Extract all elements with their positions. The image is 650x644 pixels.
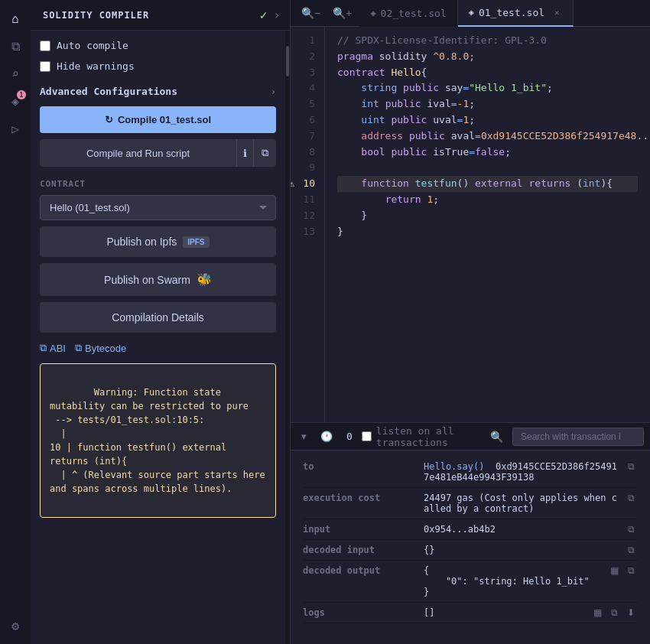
line-num-6: 6 (291, 112, 315, 128)
line-num-8: 8 (291, 145, 315, 161)
compile-button-label: Compile 01_test.sol (118, 114, 211, 125)
tx-row-to: to Hello.say() 0xd9145CCE52D386f254917e4… (303, 457, 638, 488)
sidebar-scroll[interactable] (285, 31, 290, 644)
tx-label-to: to (303, 461, 418, 472)
tx-label-decoded-output: decoded output (303, 565, 418, 576)
code-line-2: pragma solidity ^0.8.0; (337, 49, 638, 65)
search-tx-input[interactable] (512, 428, 644, 446)
compile-run-button[interactable]: Compile and Run script (40, 139, 236, 167)
tx-label-decoded-input: decoded input (303, 545, 418, 555)
publish-swarm-button[interactable]: Publish on Swarm 🐝 (40, 263, 276, 296)
code-line-9 (337, 160, 638, 176)
tx-copy-decoded-output[interactable]: ⧉ (625, 565, 638, 576)
tab-01-close[interactable]: ✕ (552, 7, 562, 18)
tab-02-label: 02_test.sol (381, 8, 447, 19)
bottom-toolbar: ▾ 🕐 0 listen on all transactions 🔍 (291, 423, 650, 450)
compile-button[interactable]: ↻ Compile 01_test.sol (40, 106, 276, 133)
line-num-9: 9 (291, 160, 315, 176)
code-line-3: contract Hello{ (337, 65, 638, 81)
tx-copy-input[interactable]: ⧉ (625, 524, 638, 535)
decoded-output-actions: ▦ ⧉ (607, 565, 638, 576)
warning-box: Warning: Function state mutability can b… (40, 363, 276, 518)
listen-tx-label[interactable]: listen on all transactions (376, 425, 481, 448)
tx-label-logs: logs (303, 607, 418, 618)
expand-icon[interactable]: › (273, 8, 281, 22)
tx-copy-decoded-input[interactable]: ⧉ (625, 545, 638, 555)
code-line-11: return 1; (337, 192, 638, 208)
hide-warnings-checkbox[interactable] (40, 61, 50, 72)
tx-expand-decoded-output[interactable]: ▦ (607, 565, 622, 576)
tx-value-execution-cost: 24497 gas (Cost only applies when called… (424, 493, 619, 514)
advanced-config-section[interactable]: Advanced Configurations › (40, 80, 276, 100)
line-num-12: 12 (291, 208, 315, 224)
code-line-12: } (337, 208, 638, 224)
code-line-13: } (337, 224, 638, 240)
tx-details: to Hello.say() 0xd9145CCE52D386f254917e4… (291, 450, 650, 644)
compile-run-info-icon[interactable]: ℹ (236, 139, 253, 167)
plugin-icon[interactable]: ◈ 1 (3, 89, 28, 113)
tab-02-test[interactable]: ◈ 02_test.sol (359, 0, 457, 27)
compilation-details-button[interactable]: Compilation Details (40, 302, 276, 333)
listen-checkbox-row: listen on all transactions (362, 425, 481, 448)
tab-02-icon: ◈ (370, 8, 375, 18)
line-num-3: 3 (291, 65, 315, 81)
abi-button[interactable]: ⧉ ABI (40, 342, 66, 354)
activity-bar: ⌂ ⧉ ⌕ ◈ 1 ▷ ⚙ (0, 0, 31, 644)
plugin-badge: 1 (17, 90, 26, 99)
line-num-2: 2 (291, 49, 315, 65)
tx-row-execution-cost: execution cost 24497 gas (Cost only appl… (303, 488, 638, 519)
tx-copy-logs[interactable]: ⧉ (608, 607, 621, 618)
tx-download-logs[interactable]: ⬇ (624, 607, 638, 618)
tx-expand-logs[interactable]: ▦ (590, 607, 605, 618)
home-icon[interactable]: ⌂ (3, 6, 28, 31)
listen-tx-checkbox[interactable] (362, 431, 372, 441)
abi-bytecode-row: ⧉ ABI ⧉ Bytecode (40, 339, 276, 357)
editor-topbar: 🔍− 🔍+ ◈ 02_test.sol ◈ 01_test.sol ✕ (291, 0, 650, 27)
code-line-7: address public aval=0xd9145CCE52D386f254… (337, 128, 638, 145)
auto-compile-label[interactable]: Auto compile (57, 40, 128, 51)
compile-run-copy-icon[interactable]: ⧉ (253, 139, 276, 167)
tx-label-input: input (303, 524, 418, 535)
advanced-config-chevron: › (271, 86, 276, 97)
tab-01-test[interactable]: ◈ 01_test.sol ✕ (458, 0, 574, 27)
code-content[interactable]: // SPDX-License-Identifier: GPL-3.0 prag… (325, 27, 650, 422)
publish-ipfs-button[interactable]: Publish on Ipfs IPFS (40, 226, 276, 257)
tx-row-decoded-output: decoded output { "0": "string: Hello 1_b… (303, 561, 638, 603)
abi-copy-icon: ⧉ (40, 342, 47, 354)
history-button[interactable]: 🕐 (316, 428, 337, 445)
tx-copy-to[interactable]: ⧉ (625, 461, 638, 472)
compilation-details-label: Compilation Details (112, 311, 204, 324)
hide-warnings-label[interactable]: Hide warnings (57, 60, 135, 72)
settings-icon[interactable]: ⚙ (3, 613, 28, 638)
decoded-input-actions: ⧉ (625, 545, 638, 555)
zoom-in-button[interactable]: 🔍+ (328, 4, 356, 22)
collapse-button[interactable]: ▾ (297, 428, 311, 445)
deploy-icon[interactable]: ▷ (3, 116, 28, 141)
tx-copy-execution-cost[interactable]: ⧉ (625, 493, 638, 503)
advanced-config-label: Advanced Configurations (40, 86, 177, 97)
search-activity-icon[interactable]: ⌕ (3, 61, 28, 86)
auto-compile-checkbox[interactable] (40, 41, 50, 51)
contract-select[interactable]: Hello (01_test.sol) (40, 195, 276, 220)
scroll-thumb (286, 46, 289, 76)
publish-swarm-label: Publish on Swarm (104, 274, 190, 286)
search-tx-icon-button[interactable]: 🔍 (486, 428, 508, 446)
tx-value-to: Hello.say() 0xd9145CCE52D386f254917e481e… (424, 461, 619, 483)
code-line-6: uint public uval=1; (337, 112, 638, 128)
check-icon[interactable]: ✓ (260, 8, 268, 22)
compile-refresh-icon: ↻ (105, 114, 113, 125)
bytecode-button[interactable]: ⧉ Bytecode (75, 342, 126, 354)
line-num-13: 13 (291, 224, 315, 240)
publish-ipfs-label: Publish on Ipfs (106, 236, 177, 248)
tx-value-decoded-input: {} (424, 545, 619, 555)
tx-value-decoded-output: { "0": "string: Hello 1_bit" } (424, 565, 601, 597)
line-num-4: 4 (291, 80, 315, 96)
files-icon[interactable]: ⧉ (3, 34, 28, 58)
zoom-out-button[interactable]: 🔍− (297, 4, 325, 22)
code-line-8: bool public isTrue=false; (337, 145, 638, 161)
tab-01-label: 01_test.sol (479, 7, 544, 18)
tx-value-logs: [] (424, 607, 584, 618)
auto-compile-row: Auto compile (40, 38, 276, 53)
line-num-1: 1 (291, 33, 315, 49)
code-editor[interactable]: 1 2 3 4 5 6 7 8 9 ⚠ 10 11 12 13 / (291, 27, 650, 422)
